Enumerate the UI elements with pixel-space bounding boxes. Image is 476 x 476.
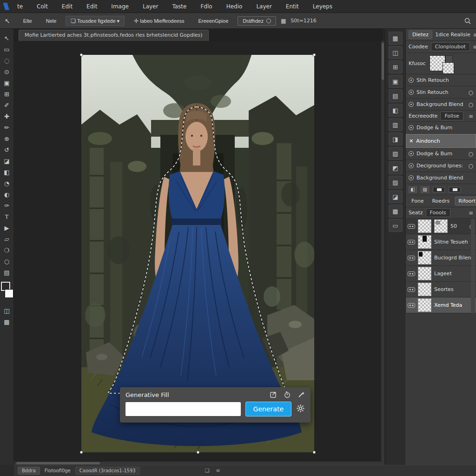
- group-button[interactable]: EreeenGpioe: [193, 17, 233, 25]
- scroll-thumb[interactable]: [382, 43, 384, 80]
- sort-select[interactable]: Foools: [426, 208, 450, 217]
- blend-select[interactable]: Follse: [440, 112, 463, 120]
- sync-badge-icon[interactable]: ○: [469, 89, 473, 96]
- scroll-thumb[interactable]: [16, 462, 100, 464]
- clone-stamp-tool[interactable]: ⊕: [1, 133, 13, 144]
- layer-row[interactable]: 50 ○: [406, 218, 476, 234]
- action-row[interactable]: Dodge & Burn: [406, 122, 476, 134]
- sort-menu-icon[interactable]: ≡: [469, 210, 473, 216]
- visibility-icon[interactable]: [408, 256, 415, 260]
- canvas-vertical-scrollbar[interactable]: [381, 41, 384, 465]
- panel-icon-12[interactable]: ◪: [389, 190, 403, 203]
- lasso-tool[interactable]: ◌: [1, 55, 13, 66]
- mask-mini-icon[interactable]: ◧: [409, 186, 417, 193]
- panel-menu-icon[interactable]: ≡: [473, 32, 476, 38]
- layer-thumbnail[interactable]: [418, 219, 431, 233]
- panel-icon-14[interactable]: ▭: [389, 219, 403, 232]
- search-icon[interactable]: [464, 17, 471, 25]
- sync-badge-icon[interactable]: ○: [469, 101, 473, 108]
- layer-row[interactable]: Seortes: [406, 282, 476, 298]
- transform-handle-bottom-center[interactable]: [197, 451, 200, 454]
- layer-row-selected[interactable]: Xemd Teda: [406, 298, 476, 313]
- menu-item-4[interactable]: Image: [104, 0, 136, 13]
- options-button-1[interactable]: Elte: [19, 17, 37, 25]
- shape-tool[interactable]: ▱: [1, 233, 13, 245]
- layer-thumbnail[interactable]: [418, 235, 431, 249]
- menu-item-0[interactable]: te: [10, 0, 30, 13]
- visibility-icon[interactable]: [408, 240, 415, 245]
- hand-tool[interactable]: ❍: [1, 245, 13, 256]
- tab-layers[interactable]: Rifoort: [455, 197, 476, 205]
- panel-icon-2[interactable]: ◫: [389, 46, 403, 59]
- visibility-icon[interactable]: [408, 271, 415, 276]
- transform-handle-bottom-right[interactable]: [313, 451, 316, 454]
- eye-icon[interactable]: [409, 151, 414, 156]
- panel-icon-10[interactable]: ◩: [389, 161, 403, 174]
- size-value[interactable]: S0t=1216: [291, 18, 317, 24]
- settings-gear-icon[interactable]: [296, 404, 305, 414]
- gradient-tool[interactable]: ◧: [1, 166, 13, 178]
- action-row-selected[interactable]: ✕ Aindonch: [406, 134, 476, 148]
- action-row[interactable]: Slin Retouch ○: [406, 86, 476, 99]
- blur-tool[interactable]: ◔: [1, 178, 13, 189]
- panel-icon-11[interactable]: ▨: [389, 176, 403, 189]
- panel-icon-8[interactable]: ◨: [389, 132, 403, 145]
- visibility-icon[interactable]: [408, 287, 415, 292]
- crop-tool[interactable]: ▣: [1, 77, 13, 88]
- menu-item-5[interactable]: Layer: [136, 0, 165, 13]
- visibility-icon[interactable]: [408, 303, 415, 308]
- mode-button[interactable]: Dráfhdez: [238, 16, 276, 26]
- pen-tool[interactable]: ✑: [1, 200, 13, 211]
- canvas-horizontal-scrollbar[interactable]: [14, 462, 381, 465]
- dodge-tool[interactable]: ◐: [1, 189, 13, 200]
- status-button-1[interactable]: Bddra: [18, 467, 40, 475]
- status-button-3[interactable]: CaoodR (3radcos1-1593: [75, 467, 140, 475]
- zoom-tool[interactable]: ○: [1, 256, 13, 267]
- layer-thumbnail[interactable]: [418, 251, 431, 264]
- preset-dropdown[interactable]: ❏ Tousdee figxlede ▾: [66, 16, 125, 26]
- quick-mask-tool[interactable]: ◫: [1, 305, 13, 316]
- layer-thumbnail[interactable]: [418, 267, 431, 280]
- panel-icon-4[interactable]: ▣: [389, 75, 403, 88]
- export-icon[interactable]: [270, 391, 277, 398]
- action-row[interactable]: Background Blend ○: [406, 99, 476, 111]
- menu-item-10[interactable]: Entit: [279, 0, 306, 13]
- action-row[interactable]: Dodge & Burn ○: [406, 148, 476, 160]
- toggle-switch[interactable]: [449, 187, 461, 192]
- eye-icon[interactable]: [409, 90, 414, 95]
- panel-icon-3[interactable]: ⊞: [389, 60, 403, 73]
- layer-thumbnail[interactable]: [418, 283, 431, 296]
- type-tool[interactable]: T: [1, 211, 13, 222]
- panel-icon-13[interactable]: ▩: [389, 205, 403, 218]
- vector-mask-thumbnail[interactable]: [443, 62, 454, 74]
- eye-icon[interactable]: [409, 102, 414, 107]
- menu-item-8[interactable]: Hedio: [219, 0, 250, 13]
- transform-handle-bottom-left[interactable]: [80, 451, 83, 454]
- tab-paths[interactable]: Roedrs: [429, 197, 452, 205]
- menu-item-2[interactable]: Edit: [55, 0, 79, 13]
- panel-icon-5[interactable]: ▤: [389, 89, 403, 102]
- status-item-2[interactable]: Flotoofl0ge: [45, 468, 71, 473]
- action-row[interactable]: Deciground Ipnes: ○: [406, 160, 476, 172]
- menu-item-9[interactable]: Layer: [249, 0, 278, 13]
- menu-item-1[interactable]: Colt: [30, 0, 55, 13]
- action-row[interactable]: Stih Retouch: [406, 74, 476, 86]
- panel-icon-6[interactable]: ◧: [389, 104, 403, 117]
- menu-item-7[interactable]: Fdlo: [193, 0, 219, 13]
- blend-menu-icon[interactable]: ≡: [469, 113, 473, 119]
- frame-tool[interactable]: ⊞: [1, 88, 13, 99]
- panel-icon-1[interactable]: ▦: [389, 32, 403, 45]
- sync-badge-icon[interactable]: ○: [469, 163, 473, 169]
- tab-properties[interactable]: Dietez: [409, 30, 432, 39]
- eye-icon[interactable]: [409, 175, 414, 180]
- layer-row[interactable]: Slitne Tesueh: [406, 234, 476, 250]
- layer-row[interactable]: Buclogrd Bilend: [406, 250, 476, 266]
- healing-tool[interactable]: ✚: [1, 111, 13, 122]
- behavior-button[interactable]: ✢ labeo Mieffeodeess: [129, 16, 189, 26]
- magic-wand-icon[interactable]: [298, 391, 305, 398]
- screen-mode-tool[interactable]: ▩: [1, 316, 13, 327]
- menu-item-3[interactable]: Edit: [79, 0, 104, 13]
- background-color-swatch[interactable]: [5, 289, 13, 298]
- layer-row[interactable]: Lageet: [406, 266, 476, 282]
- layer-thumbnail[interactable]: [418, 298, 431, 312]
